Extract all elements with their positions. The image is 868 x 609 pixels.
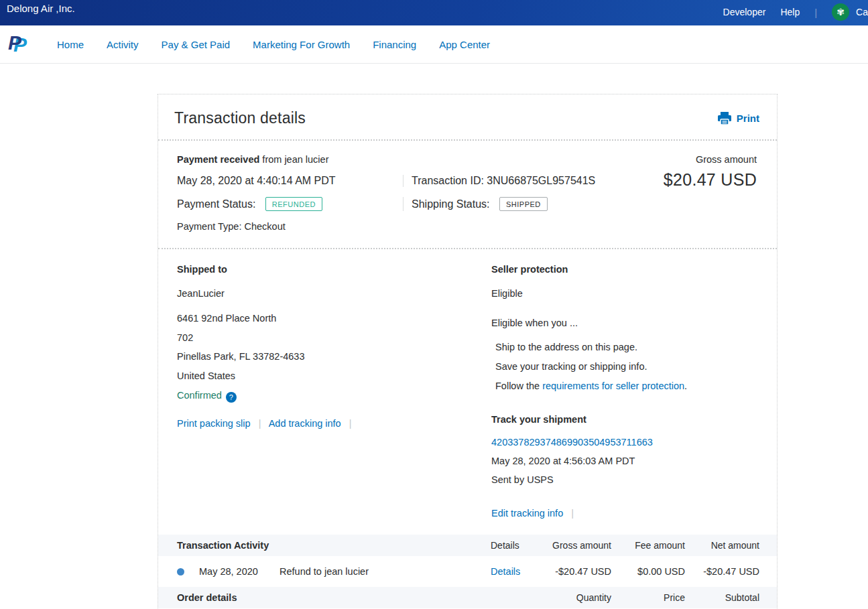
shipped-to-heading: Shipped to [177,264,491,275]
payment-type-line: Payment Type: Checkout [177,221,757,232]
tracking-carrier: Sent by USPS [491,473,757,488]
activity-status-dot-icon [177,568,184,576]
seller-protection-intro: Eligible when you ... [491,316,757,331]
nav-item-home[interactable]: Home [57,39,84,50]
account-name[interactable]: Ca [856,7,868,17]
transaction-details-card: Transaction details Print Payment receiv… [158,94,778,609]
payment-status-cell: Payment Status: REFUNDED [177,197,403,211]
shipped-to-column: Shipped to JeanLucier 6461 92nd Place No… [177,264,491,528]
gross-amount-value: $20.47 USD [664,170,757,190]
track-shipment-block: Track your shipment 42033782937486990350… [491,414,757,519]
address-confirmed-line: Confirmed? [177,389,491,403]
payment-received-label: Payment received [177,154,259,165]
order-table-header: Order details Quantity Price Subtotal [158,587,777,608]
card-header: Transaction details Print [158,94,777,141]
col-header-details: Details [491,540,544,551]
print-label: Print [737,113,759,124]
payment-datetime: May 28, 2020 at 4:40:14 AM PDT [177,175,403,187]
col-header-quantity: Quantity [544,592,611,603]
seller-protection-column: Seller protection Eligible Eligible when… [491,264,757,528]
add-tracking-info-link[interactable]: Add tracking info [269,418,341,429]
activity-description: Refund to jean lucier [280,566,369,577]
shipping-status-label: Shipping Status: [412,198,490,210]
business-name: Delong Air ,Inc. [7,3,75,14]
edit-tracking-info-link[interactable]: Edit tracking info [491,508,563,519]
nav-item-pay-get-paid[interactable]: Pay & Get Paid [162,39,231,50]
col-header-fee: Fee amount [611,540,685,551]
paypal-logo-icon[interactable]: P P [8,31,31,57]
protection-condition-follow: Follow the requirements for seller prote… [495,379,757,393]
shipping-protection-section: Shipped to JeanLucier 6461 92nd Place No… [158,249,777,535]
payment-summary-section: Payment received from jean lucier May 28… [158,141,777,249]
activity-details-link[interactable]: Details [491,566,544,577]
nav-item-activity[interactable]: Activity [107,39,139,50]
shipping-status-badge: SHIPPED [499,197,548,211]
nav-item-marketing[interactable]: Marketing For Growth [253,39,350,50]
tracking-datetime: May 28, 2020 at 4:56:03 AM PDT [491,454,757,469]
topbar-divider: | [814,7,817,18]
seller-protection-requirements-link[interactable]: requirements for seller protection [542,381,684,391]
track-shipment-heading: Track your shipment [491,414,757,425]
nav-item-app-center[interactable]: App Center [439,39,490,50]
seller-protection-status: Eligible [491,287,757,301]
account-avatar-icon[interactable]: ✾ [832,3,849,21]
recipient-name: JeanLucier [177,287,491,301]
main-nav: P P Home Activity Pay & Get Paid Marketi… [0,25,868,64]
print-button[interactable]: Print [717,112,759,125]
shipping-status-cell: Shipping Status: SHIPPED [403,197,757,211]
address-line: 702 [177,331,491,346]
help-question-icon[interactable]: ? [226,392,237,403]
protection-condition: Ship to the address on this page. [495,340,757,354]
activity-gross-amount: -$20.47 USD [544,566,611,577]
tracking-number-link[interactable]: 420337829374869903504953711663 [491,435,757,450]
gross-amount-label: Gross amount [664,154,757,165]
col-header-net: Net amount [685,540,759,551]
business-topbar: Delong Air ,Inc. Developer Help | ✾ Ca [0,0,868,25]
col-header-price: Price [611,592,685,603]
col-header-subtotal: Subtotal [685,592,759,603]
page-title: Transaction details [174,109,306,127]
col-header-gross: Gross amount [544,540,611,551]
payment-status-row: Payment Status: REFUNDED Shipping Status… [177,197,757,211]
address-line: United States [177,369,491,384]
help-link[interactable]: Help [780,7,800,17]
shipping-actions: Print packing slip | Add tracking info | [177,418,491,429]
payment-status-label: Payment Status: [177,198,255,210]
address-line: 6461 92nd Place North [177,312,491,326]
activity-table-title: Transaction Activity [177,540,491,551]
activity-fee-amount: $0.00 USD [611,566,685,577]
topbar-right: Developer Help | ✾ Ca [723,3,868,21]
payment-status-badge: REFUNDED [265,197,322,211]
print-packing-slip-link[interactable]: Print packing slip [177,418,251,429]
gross-amount-block: Gross amount $20.47 USD [664,154,757,190]
tracking-actions: Edit tracking info | [491,508,757,519]
protection-condition: Save your tracking or shipping info. [495,359,757,374]
confirmed-link[interactable]: Confirmed [177,390,222,401]
developer-link[interactable]: Developer [723,7,766,17]
printer-icon [717,112,732,125]
seller-protection-heading: Seller protection [491,264,757,275]
address-line: Pinellas Park, FL 33782-4633 [177,350,491,364]
payment-received-from: from jean lucier [259,154,328,165]
activity-table-header: Transaction Activity Details Gross amoun… [158,535,777,556]
activity-table-row: May 28, 2020 Refund to jean lucier Detai… [158,556,777,587]
nav-item-financing[interactable]: Financing [373,39,416,50]
activity-date: May 28, 2020 [199,566,280,577]
activity-net-amount: -$20.47 USD [685,566,759,577]
order-table-title: Order details [177,592,544,603]
